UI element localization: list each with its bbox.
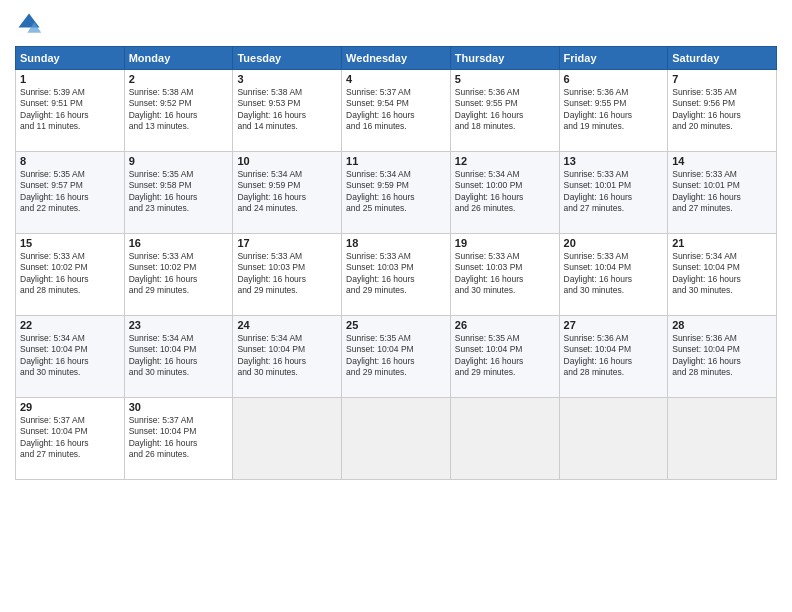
daylight-label: Daylight: 16 hours — [129, 356, 198, 366]
header-saturday: Saturday — [668, 47, 777, 70]
day-info: Sunrise: 5:34 AM Sunset: 10:04 PM Daylig… — [237, 333, 337, 379]
daylight-minutes: and 30 minutes. — [455, 285, 515, 295]
calendar-cell: 27 Sunrise: 5:36 AM Sunset: 10:04 PM Day… — [559, 316, 668, 398]
sunset-label: Sunset: 10:04 PM — [20, 426, 88, 436]
calendar-body: 1 Sunrise: 5:39 AM Sunset: 9:51 PM Dayli… — [16, 70, 777, 480]
sunrise-label: Sunrise: 5:37 AM — [20, 415, 85, 425]
day-info: Sunrise: 5:33 AM Sunset: 10:03 PM Daylig… — [346, 251, 446, 297]
sunset-label: Sunset: 10:04 PM — [237, 344, 305, 354]
day-info: Sunrise: 5:33 AM Sunset: 10:02 PM Daylig… — [129, 251, 229, 297]
calendar-cell: 1 Sunrise: 5:39 AM Sunset: 9:51 PM Dayli… — [16, 70, 125, 152]
day-number: 14 — [672, 155, 772, 167]
calendar-cell: 22 Sunrise: 5:34 AM Sunset: 10:04 PM Day… — [16, 316, 125, 398]
calendar-cell: 25 Sunrise: 5:35 AM Sunset: 10:04 PM Day… — [342, 316, 451, 398]
day-number: 25 — [346, 319, 446, 331]
sunrise-label: Sunrise: 5:33 AM — [20, 251, 85, 261]
header-tuesday: Tuesday — [233, 47, 342, 70]
sunset-label: Sunset: 9:55 PM — [564, 98, 627, 108]
day-info: Sunrise: 5:39 AM Sunset: 9:51 PM Dayligh… — [20, 87, 120, 133]
sunrise-label: Sunrise: 5:35 AM — [455, 333, 520, 343]
calendar-cell: 24 Sunrise: 5:34 AM Sunset: 10:04 PM Day… — [233, 316, 342, 398]
day-number: 17 — [237, 237, 337, 249]
sunrise-label: Sunrise: 5:33 AM — [455, 251, 520, 261]
sunset-label: Sunset: 9:53 PM — [237, 98, 300, 108]
daylight-label: Daylight: 16 hours — [564, 356, 633, 366]
day-info: Sunrise: 5:36 AM Sunset: 9:55 PM Dayligh… — [564, 87, 664, 133]
daylight-minutes: and 30 minutes. — [129, 367, 189, 377]
daylight-label: Daylight: 16 hours — [672, 110, 741, 120]
daylight-minutes: and 29 minutes. — [129, 285, 189, 295]
sunrise-label: Sunrise: 5:35 AM — [672, 87, 737, 97]
calendar-cell: 23 Sunrise: 5:34 AM Sunset: 10:04 PM Day… — [124, 316, 233, 398]
sunset-label: Sunset: 10:04 PM — [672, 262, 740, 272]
sunset-label: Sunset: 10:01 PM — [564, 180, 632, 190]
daylight-minutes: and 13 minutes. — [129, 121, 189, 131]
sunset-label: Sunset: 9:59 PM — [237, 180, 300, 190]
day-number: 18 — [346, 237, 446, 249]
day-number: 22 — [20, 319, 120, 331]
sunset-label: Sunset: 9:57 PM — [20, 180, 83, 190]
sunset-label: Sunset: 9:56 PM — [672, 98, 735, 108]
daylight-minutes: and 22 minutes. — [20, 203, 80, 213]
day-info: Sunrise: 5:33 AM Sunset: 10:04 PM Daylig… — [564, 251, 664, 297]
daylight-label: Daylight: 16 hours — [20, 274, 89, 284]
sunset-label: Sunset: 10:00 PM — [455, 180, 523, 190]
sunrise-label: Sunrise: 5:34 AM — [237, 333, 302, 343]
daylight-label: Daylight: 16 hours — [346, 274, 415, 284]
header-sunday: Sunday — [16, 47, 125, 70]
calendar-cell: 16 Sunrise: 5:33 AM Sunset: 10:02 PM Day… — [124, 234, 233, 316]
daylight-minutes: and 29 minutes. — [346, 367, 406, 377]
daylight-label: Daylight: 16 hours — [237, 192, 306, 202]
day-info: Sunrise: 5:33 AM Sunset: 10:03 PM Daylig… — [237, 251, 337, 297]
sunset-label: Sunset: 9:52 PM — [129, 98, 192, 108]
sunset-label: Sunset: 9:58 PM — [129, 180, 192, 190]
calendar-cell: 28 Sunrise: 5:36 AM Sunset: 10:04 PM Day… — [668, 316, 777, 398]
daylight-minutes: and 16 minutes. — [346, 121, 406, 131]
day-number: 8 — [20, 155, 120, 167]
daylight-minutes: and 29 minutes. — [237, 285, 297, 295]
sunrise-label: Sunrise: 5:36 AM — [455, 87, 520, 97]
daylight-label: Daylight: 16 hours — [564, 274, 633, 284]
day-info: Sunrise: 5:34 AM Sunset: 10:04 PM Daylig… — [129, 333, 229, 379]
calendar-cell: 19 Sunrise: 5:33 AM Sunset: 10:03 PM Day… — [450, 234, 559, 316]
calendar-week-row: 1 Sunrise: 5:39 AM Sunset: 9:51 PM Dayli… — [16, 70, 777, 152]
day-info: Sunrise: 5:37 AM Sunset: 9:54 PM Dayligh… — [346, 87, 446, 133]
header-thursday: Thursday — [450, 47, 559, 70]
sunset-label: Sunset: 10:04 PM — [564, 262, 632, 272]
day-number: 7 — [672, 73, 772, 85]
day-info: Sunrise: 5:33 AM Sunset: 10:02 PM Daylig… — [20, 251, 120, 297]
day-number: 30 — [129, 401, 229, 413]
day-number: 6 — [564, 73, 664, 85]
header — [15, 10, 777, 38]
calendar-table: Sunday Monday Tuesday Wednesday Thursday… — [15, 46, 777, 480]
calendar-cell: 13 Sunrise: 5:33 AM Sunset: 10:01 PM Day… — [559, 152, 668, 234]
day-info: Sunrise: 5:36 AM Sunset: 9:55 PM Dayligh… — [455, 87, 555, 133]
daylight-label: Daylight: 16 hours — [564, 110, 633, 120]
daylight-label: Daylight: 16 hours — [455, 192, 524, 202]
sunset-label: Sunset: 10:04 PM — [20, 344, 88, 354]
calendar-cell: 29 Sunrise: 5:37 AM Sunset: 10:04 PM Day… — [16, 398, 125, 480]
sunrise-label: Sunrise: 5:34 AM — [20, 333, 85, 343]
daylight-label: Daylight: 16 hours — [672, 192, 741, 202]
daylight-minutes: and 26 minutes. — [129, 449, 189, 459]
day-number: 16 — [129, 237, 229, 249]
daylight-label: Daylight: 16 hours — [455, 274, 524, 284]
day-number: 28 — [672, 319, 772, 331]
day-number: 26 — [455, 319, 555, 331]
calendar-cell: 6 Sunrise: 5:36 AM Sunset: 9:55 PM Dayli… — [559, 70, 668, 152]
header-monday: Monday — [124, 47, 233, 70]
day-info: Sunrise: 5:36 AM Sunset: 10:04 PM Daylig… — [564, 333, 664, 379]
sunrise-label: Sunrise: 5:35 AM — [20, 169, 85, 179]
day-info: Sunrise: 5:37 AM Sunset: 10:04 PM Daylig… — [129, 415, 229, 461]
daylight-minutes: and 30 minutes. — [20, 367, 80, 377]
weekday-header-row: Sunday Monday Tuesday Wednesday Thursday… — [16, 47, 777, 70]
sunrise-label: Sunrise: 5:39 AM — [20, 87, 85, 97]
daylight-label: Daylight: 16 hours — [346, 192, 415, 202]
daylight-minutes: and 18 minutes. — [455, 121, 515, 131]
day-number: 11 — [346, 155, 446, 167]
daylight-label: Daylight: 16 hours — [564, 192, 633, 202]
day-number: 23 — [129, 319, 229, 331]
day-info: Sunrise: 5:38 AM Sunset: 9:52 PM Dayligh… — [129, 87, 229, 133]
daylight-label: Daylight: 16 hours — [20, 110, 89, 120]
day-info: Sunrise: 5:34 AM Sunset: 10:04 PM Daylig… — [672, 251, 772, 297]
